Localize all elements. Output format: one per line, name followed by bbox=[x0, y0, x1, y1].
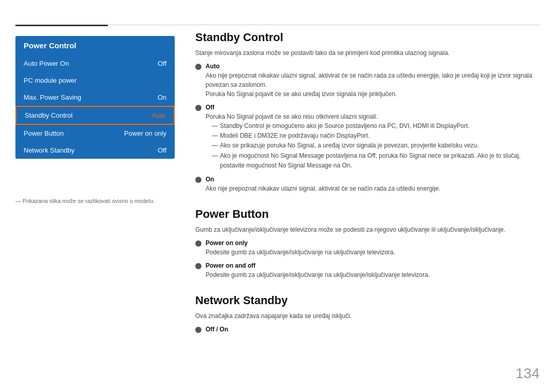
section-desc: Stanje mirovanja zaslona može se postavi… bbox=[195, 48, 540, 58]
main-content: Standby ControlStanje mirovanja zaslona … bbox=[195, 31, 540, 377]
sidebar-title: Power Control bbox=[15, 36, 175, 55]
bullet-content: OnAko nije prepoznat nikakav ulazni sign… bbox=[206, 175, 540, 193]
sidebar-item-label: Network Standby bbox=[24, 146, 75, 154]
bullet-title: Auto bbox=[206, 63, 219, 70]
sidebar-item-label: Standby Control bbox=[25, 111, 72, 119]
sidebar-note: ― Prikazana slika može se razlikovati ov… bbox=[15, 198, 155, 204]
sidebar-item[interactable]: Power ButtonPower on only bbox=[15, 125, 175, 142]
sidebar-item[interactable]: Max. Power SavingOn bbox=[15, 89, 175, 106]
sidebar-item-label: Auto Power On bbox=[24, 60, 69, 67]
top-line-accent bbox=[15, 25, 108, 26]
bullet-title: Off bbox=[206, 104, 214, 111]
sidebar-item[interactable]: Network StandbyOff bbox=[15, 142, 175, 159]
bullet-text: Podesite gumb za uključivanje/isključiva… bbox=[206, 249, 395, 256]
bullet-item: OffPoruka No Signal pojavit će se ako ni… bbox=[195, 103, 540, 171]
bullet-content: Off / On bbox=[206, 325, 540, 334]
section-power-button: Power ButtonGumb za uključivanje/isključ… bbox=[195, 208, 540, 279]
bullet-dot bbox=[195, 263, 201, 269]
sidebar-item[interactable]: Standby ControlAuto bbox=[15, 106, 175, 125]
bullet-title: Power on only bbox=[206, 239, 248, 247]
bullet-dot bbox=[195, 64, 201, 70]
bullet-item: Power on onlyPodesite gumb za uključivan… bbox=[195, 238, 540, 257]
bullet-text: Poruka No Signal pojavit će se ako nisu … bbox=[206, 113, 378, 120]
bullet-content: Power on and offPodesite gumb za uključi… bbox=[206, 261, 540, 279]
section-title: Power Button bbox=[195, 208, 540, 221]
sidebar-item-value: Off bbox=[158, 146, 166, 154]
sidebar-panel: Power Control Auto Power OnOffPC module … bbox=[15, 36, 175, 159]
bullet-content: AutoAko nije prepoznat nikakav ulazni si… bbox=[206, 62, 540, 99]
sidebar-item[interactable]: Auto Power OnOff bbox=[15, 55, 175, 72]
sidebar-item-label: Power Button bbox=[24, 129, 64, 137]
page-number: 134 bbox=[515, 365, 540, 382]
bullet-title: Off / On bbox=[206, 326, 228, 333]
bullet-text: Ako nije prepoznat nikakav ulazni signal… bbox=[206, 185, 440, 192]
bullet-content: Power on onlyPodesite gumb za uključivan… bbox=[206, 238, 540, 257]
bullet-text: Podesite gumb za uključivanje/isključiva… bbox=[206, 271, 430, 278]
sidebar-item-label: PC module power bbox=[24, 77, 77, 84]
dash-item: Ako je mogućnost No Signal Message posta… bbox=[214, 151, 540, 171]
sidebar-item-label: Max. Power Saving bbox=[24, 94, 81, 101]
section-standby-control: Standby ControlStanje mirovanja zaslona … bbox=[195, 31, 540, 193]
sidebar-item[interactable]: PC module power bbox=[15, 72, 175, 89]
bullet-item: AutoAko nije prepoznat nikakav ulazni si… bbox=[195, 62, 540, 99]
section-desc: Gumb za uključivanje/isključivanje telev… bbox=[195, 225, 540, 234]
bullet-dot bbox=[195, 240, 201, 247]
sidebar-item-value: On bbox=[158, 94, 166, 101]
dash-list: Standby Control je omogućeno ako je Sour… bbox=[206, 121, 540, 171]
bullet-dot bbox=[195, 177, 201, 183]
dash-item: Ako se prikazuje poruka No Signal, a ure… bbox=[214, 141, 540, 151]
sidebar-item-value: Off bbox=[158, 60, 166, 67]
bullet-title: Power on and off bbox=[206, 262, 255, 269]
bullet-content: OffPoruka No Signal pojavit će se ako ni… bbox=[206, 103, 540, 171]
section-title: Standby Control bbox=[195, 31, 540, 44]
bullet-subtext: Poruka No Signal pojavit će se ako uređa… bbox=[206, 90, 397, 98]
bullet-item: Power on and offPodesite gumb za uključi… bbox=[195, 261, 540, 279]
sidebar-item-value: Power on only bbox=[124, 129, 166, 137]
section-title: Network Standby bbox=[195, 294, 540, 307]
bullet-item: OnAko nije prepoznat nikakav ulazni sign… bbox=[195, 175, 540, 193]
section-network-standby: Network StandbyOva značajka zadržava nap… bbox=[195, 294, 540, 334]
section-desc: Ova značajka zadržava napajanje kada se … bbox=[195, 311, 540, 321]
bullet-title: On bbox=[206, 176, 214, 183]
dash-item: Modeli DBE i DM32E ne podržavaju način D… bbox=[214, 131, 540, 141]
bullet-text: Ako nije prepoznat nikakav ulazni signal… bbox=[206, 72, 532, 88]
bullet-item: Off / On bbox=[195, 325, 540, 334]
sidebar-item-value: Auto bbox=[152, 111, 165, 119]
bullet-dot bbox=[195, 327, 201, 333]
bullet-dot bbox=[195, 105, 201, 111]
dash-item: Standby Control je omogućeno ako je Sour… bbox=[214, 121, 540, 131]
